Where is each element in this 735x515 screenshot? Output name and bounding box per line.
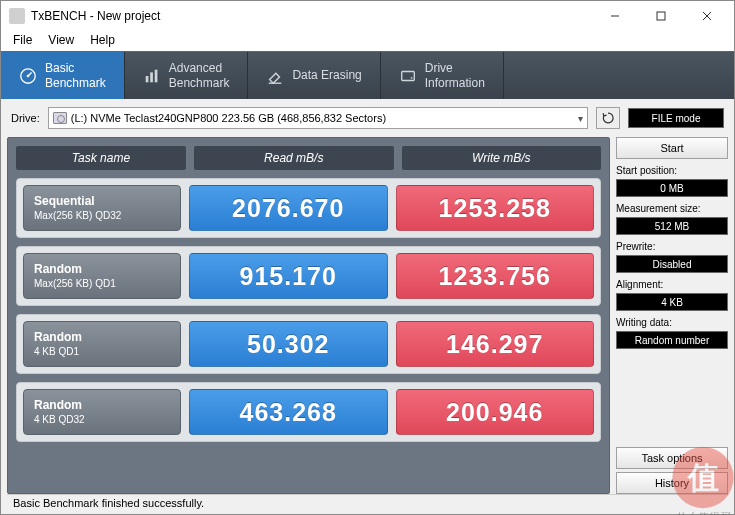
read-value: 915.170 bbox=[189, 253, 388, 299]
svg-rect-7 bbox=[145, 76, 148, 82]
write-value: 146.297 bbox=[396, 321, 595, 367]
menu-bar: File View Help bbox=[1, 31, 734, 51]
tab-label: Data Erasing bbox=[292, 68, 361, 82]
drive-select-text: (L:) NVMe Teclast240GNP800 223.56 GB (46… bbox=[71, 112, 386, 124]
prewrite-label: Prewrite: bbox=[616, 238, 728, 252]
hdd-icon bbox=[53, 112, 67, 124]
svg-rect-11 bbox=[401, 71, 414, 80]
drive-label: Drive: bbox=[11, 112, 40, 124]
bench-row: SequentialMax(256 KB) QD32 2076.670 1253… bbox=[16, 178, 601, 238]
chevron-down-icon: ▾ bbox=[578, 113, 583, 124]
app-window: TxBENCH - New project File View Help Bas… bbox=[0, 0, 735, 515]
tab-label: Drive Information bbox=[425, 61, 485, 90]
wdata-label: Writing data: bbox=[616, 314, 728, 328]
start-button[interactable]: Start bbox=[616, 137, 728, 159]
read-value: 463.268 bbox=[189, 389, 388, 435]
menu-view[interactable]: View bbox=[40, 31, 82, 51]
tab-label: Basic Benchmark bbox=[45, 61, 106, 90]
meas-value[interactable]: 512 MB bbox=[616, 217, 728, 235]
file-mode-button[interactable]: FILE mode bbox=[628, 108, 724, 128]
wdata-value[interactable]: Random number bbox=[616, 331, 728, 349]
svg-rect-9 bbox=[154, 69, 157, 82]
svg-point-12 bbox=[410, 76, 412, 78]
meas-label: Measurement size: bbox=[616, 200, 728, 214]
align-label: Alignment: bbox=[616, 276, 728, 290]
minimize-button[interactable] bbox=[592, 2, 638, 30]
prewrite-value[interactable]: Disabled bbox=[616, 255, 728, 273]
tab-label: Advanced Benchmark bbox=[169, 61, 230, 90]
drive-icon bbox=[399, 67, 417, 85]
maximize-button[interactable] bbox=[638, 2, 684, 30]
gauge-icon bbox=[19, 67, 37, 85]
status-bar: Basic Benchmark finished successfully. bbox=[7, 494, 728, 514]
header-task: Task name bbox=[16, 146, 186, 170]
drive-select[interactable]: (L:) NVMe Teclast240GNP800 223.56 GB (46… bbox=[48, 107, 588, 129]
refresh-icon bbox=[601, 111, 615, 125]
side-panel: Start Start position: 0 MB Measurement s… bbox=[616, 137, 728, 494]
close-button[interactable] bbox=[684, 2, 730, 30]
svg-point-6 bbox=[27, 74, 30, 77]
row-name: SequentialMax(256 KB) QD32 bbox=[23, 185, 181, 231]
bench-row: Random4 KB QD1 50.302 146.297 bbox=[16, 314, 601, 374]
startpos-label: Start position: bbox=[616, 162, 728, 176]
menu-file[interactable]: File bbox=[5, 31, 40, 51]
tab-data-erasing[interactable]: Data Erasing bbox=[248, 52, 380, 99]
bench-row: RandomMax(256 KB) QD1 915.170 1233.756 bbox=[16, 246, 601, 306]
erase-icon bbox=[266, 67, 284, 85]
window-title: TxBENCH - New project bbox=[31, 9, 592, 23]
benchmark-table: Task name Read mB/s Write mB/s Sequentia… bbox=[7, 137, 610, 494]
app-icon bbox=[9, 8, 25, 24]
history-button[interactable]: History bbox=[616, 472, 728, 494]
header-write: Write mB/s bbox=[402, 146, 602, 170]
read-value: 2076.670 bbox=[189, 185, 388, 231]
bench-row: Random4 KB QD32 463.268 200.946 bbox=[16, 382, 601, 442]
drive-row: Drive: (L:) NVMe Teclast240GNP800 223.56… bbox=[7, 105, 728, 137]
write-value: 1253.258 bbox=[396, 185, 595, 231]
row-name: Random4 KB QD32 bbox=[23, 389, 181, 435]
write-value: 1233.756 bbox=[396, 253, 595, 299]
tab-drive-information[interactable]: Drive Information bbox=[381, 52, 504, 99]
svg-rect-8 bbox=[150, 72, 153, 82]
tab-bar: Basic Benchmark Advanced Benchmark Data … bbox=[1, 51, 734, 99]
tab-basic-benchmark[interactable]: Basic Benchmark bbox=[1, 52, 125, 99]
tab-advanced-benchmark[interactable]: Advanced Benchmark bbox=[125, 52, 249, 99]
startpos-value[interactable]: 0 MB bbox=[616, 179, 728, 197]
header-read: Read mB/s bbox=[194, 146, 394, 170]
align-value[interactable]: 4 KB bbox=[616, 293, 728, 311]
svg-rect-1 bbox=[657, 12, 665, 20]
read-value: 50.302 bbox=[189, 321, 388, 367]
row-name: Random4 KB QD1 bbox=[23, 321, 181, 367]
menu-help[interactable]: Help bbox=[82, 31, 123, 51]
write-value: 200.946 bbox=[396, 389, 595, 435]
task-options-button[interactable]: Task options bbox=[616, 447, 728, 469]
title-bar: TxBENCH - New project bbox=[1, 1, 734, 31]
bars-icon bbox=[143, 67, 161, 85]
refresh-button[interactable] bbox=[596, 107, 620, 129]
row-name: RandomMax(256 KB) QD1 bbox=[23, 253, 181, 299]
